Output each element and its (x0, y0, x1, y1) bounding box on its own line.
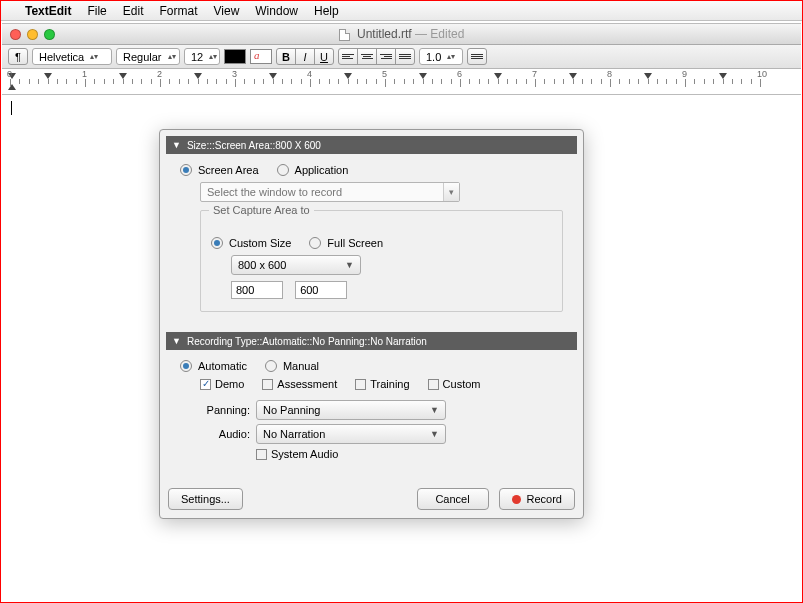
assessment-label: Assessment (277, 378, 337, 390)
font-size-select[interactable]: 12▴▾ (184, 48, 220, 65)
training-checkbox[interactable] (355, 379, 366, 390)
chevron-down-icon: ▼ (345, 260, 354, 270)
capture-area-fieldset: Set Capture Area to Custom Size Full Scr… (200, 210, 563, 312)
italic-button[interactable]: I (295, 48, 315, 65)
line-spacing-select[interactable]: 1.0▴▾ (419, 48, 463, 65)
highlight-color-swatch[interactable] (250, 49, 272, 64)
chevron-updown-icon: ▴▾ (209, 55, 217, 59)
align-left-button[interactable] (338, 48, 358, 65)
window-title: Untitled.rtf — Edited (2, 27, 801, 41)
list-style-button[interactable] (467, 48, 487, 65)
chevron-down-icon: ▼ (430, 429, 439, 439)
menu-file[interactable]: File (79, 4, 114, 18)
tab-stop-marker[interactable] (269, 73, 277, 79)
chevron-updown-icon: ▴▾ (90, 55, 98, 59)
full-screen-radio[interactable] (309, 237, 321, 249)
tab-stop-marker[interactable] (719, 73, 727, 79)
menu-help[interactable]: Help (306, 4, 347, 18)
ruler-label: 4 (307, 69, 312, 79)
recording-section-header[interactable]: ▼ Recording Type::Automatic::No Panning:… (166, 332, 577, 350)
tab-stop-marker[interactable] (344, 73, 352, 79)
cancel-button[interactable]: Cancel (417, 488, 489, 510)
settings-button[interactable]: Settings... (168, 488, 243, 510)
ruler[interactable]: 012345678910 (2, 69, 801, 95)
text-cursor (11, 101, 12, 115)
menu-window[interactable]: Window (247, 4, 306, 18)
demo-checkbox[interactable] (200, 379, 211, 390)
custom-size-radio[interactable] (211, 237, 223, 249)
system-audio-checkbox[interactable] (256, 449, 267, 460)
size-options: Select the window to record ▾ Set Captur… (200, 182, 563, 312)
underline-button[interactable]: U (314, 48, 334, 65)
application-radio[interactable] (277, 164, 289, 176)
capture-mode-row: Screen Area Application (180, 164, 563, 176)
select-window-placeholder: Select the window to record (207, 186, 342, 198)
recording-section-body: Automatic Manual Demo Assessment Trainin… (166, 350, 577, 478)
document-icon (339, 29, 350, 41)
tab-stop-marker[interactable] (119, 73, 127, 79)
full-screen-label: Full Screen (327, 237, 383, 249)
font-weight-value: Regular (123, 51, 162, 63)
align-justify-button[interactable] (395, 48, 415, 65)
align-right-button[interactable] (376, 48, 396, 65)
manual-radio[interactable] (265, 360, 277, 372)
chevron-updown-icon: ▴▾ (447, 55, 455, 59)
disclosure-triangle-icon[interactable]: ▼ (172, 336, 181, 346)
recording-mode-row: Automatic Manual (180, 360, 563, 372)
ruler-label: 2 (157, 69, 162, 79)
font-size-value: 12 (191, 51, 203, 63)
audio-label: Audio: (180, 428, 250, 440)
text-color-swatch[interactable] (224, 49, 246, 64)
align-center-button[interactable] (357, 48, 377, 65)
ruler-label: 3 (232, 69, 237, 79)
tab-stop-marker[interactable] (494, 73, 502, 79)
record-button[interactable]: Record (499, 488, 575, 510)
tab-stop-marker[interactable] (194, 73, 202, 79)
audio-value: No Narration (263, 428, 325, 440)
audio-select[interactable]: No Narration ▼ (256, 424, 446, 444)
demo-label: Demo (215, 378, 244, 390)
app-menu[interactable]: TextEdit (17, 4, 79, 18)
size-header-label: Size:::Screen Area::800 X 600 (187, 140, 321, 151)
tab-stop-marker[interactable] (569, 73, 577, 79)
capture-area-legend: Set Capture Area to (209, 204, 314, 216)
menu-edit[interactable]: Edit (115, 4, 152, 18)
document-status: — Edited (412, 27, 465, 41)
paragraph-styles-icon[interactable]: ¶ (8, 48, 28, 65)
screen-area-radio[interactable] (180, 164, 192, 176)
resolution-value: 800 x 600 (238, 259, 286, 271)
size-section-header[interactable]: ▼ Size:::Screen Area::800 X 600 (166, 136, 577, 154)
custom-size-label: Custom Size (229, 237, 291, 249)
font-weight-select[interactable]: Regular▴▾ (116, 48, 180, 65)
titlebar[interactable]: Untitled.rtf — Edited (2, 23, 801, 45)
font-family-select[interactable]: Helvetica▴▾ (32, 48, 112, 65)
assessment-checkbox[interactable] (262, 379, 273, 390)
textedit-window: Untitled.rtf — Edited ¶ Helvetica▴▾ Regu… (2, 23, 801, 95)
automatic-radio[interactable] (180, 360, 192, 372)
custom-checkbox[interactable] (428, 379, 439, 390)
height-field[interactable]: 600 (295, 281, 347, 299)
bold-button[interactable]: B (276, 48, 296, 65)
select-window-combobox[interactable]: Select the window to record ▾ (200, 182, 460, 202)
panning-value: No Panning (263, 404, 321, 416)
tab-stop-marker[interactable] (419, 73, 427, 79)
panning-select[interactable]: No Panning ▼ (256, 400, 446, 420)
resolution-select[interactable]: 800 x 600 ▼ (231, 255, 361, 275)
ruler-label: 1 (82, 69, 87, 79)
chevron-down-icon: ▾ (443, 183, 459, 201)
ruler-label: 6 (457, 69, 462, 79)
width-field[interactable]: 800 (231, 281, 283, 299)
line-spacing-value: 1.0 (426, 51, 441, 63)
formatting-toolbar: ¶ Helvetica▴▾ Regular▴▾ 12▴▾ B I U 1.0▴▾ (2, 45, 801, 69)
system-audio-row: System Audio (180, 448, 563, 460)
menu-view[interactable]: View (206, 4, 248, 18)
custom-size-controls: 800 x 600 ▼ 800 600 (231, 255, 552, 299)
tab-stop-marker[interactable] (644, 73, 652, 79)
tab-stop-marker[interactable] (44, 73, 52, 79)
training-label: Training (370, 378, 409, 390)
size-section-body: Screen Area Application Select the windo… (166, 154, 577, 326)
size-mode-row: Custom Size Full Screen (211, 237, 552, 249)
menu-format[interactable]: Format (151, 4, 205, 18)
disclosure-triangle-icon[interactable]: ▼ (172, 140, 181, 150)
application-label: Application (295, 164, 349, 176)
